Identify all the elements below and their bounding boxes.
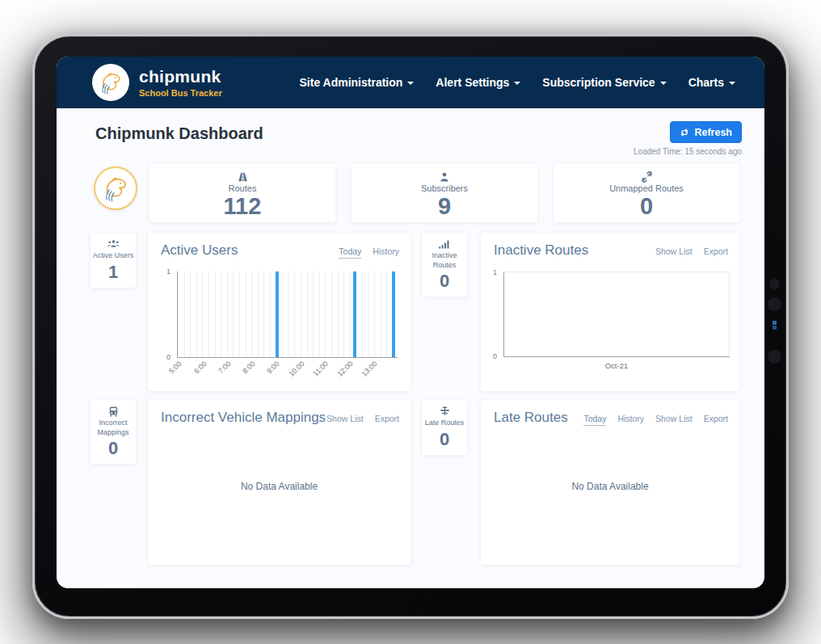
bus-icon [92, 406, 134, 417]
x-axis-tick: 10:00 [287, 360, 305, 378]
page-title: Chipmunk Dashboard [95, 124, 263, 143]
panel-title: Incorrect Vehicle Mappings [161, 410, 326, 426]
mini-label: Active Users [92, 251, 134, 261]
tab-history[interactable]: History [617, 414, 644, 426]
camera-dot [769, 279, 780, 289]
nav-site-administration[interactable]: Site Administration [300, 76, 415, 89]
active-users-chart: 1 0 5:006:007:008:009:0010:0011:0012:001… [177, 271, 398, 358]
brand-tagline: School Bus Tracker [139, 88, 222, 98]
nav-label: Subscription Service [542, 76, 655, 89]
stat-card-subscribers: Subscribers 9 [352, 164, 537, 222]
y-axis-tick: 0 [493, 352, 497, 360]
x-axis-tick: 7:00 [217, 360, 232, 375]
export-link[interactable]: Export [704, 246, 728, 256]
tab-today[interactable]: Today [583, 414, 606, 426]
chart-bar [276, 271, 279, 357]
no-data-text: No Data Available [148, 481, 410, 492]
nav-alert-settings[interactable]: Alert Settings [436, 76, 520, 89]
tab-history[interactable]: History [373, 246, 399, 259]
panel-incorrect-vehicle-mappings: Incorrect Vehicle Mappings Show List Exp… [148, 400, 410, 565]
mini-label: Late Routes [423, 419, 465, 428]
stat-label: Subscribers [352, 183, 537, 193]
mini-label: Incorrect Mappings [92, 419, 134, 437]
camera-dot [768, 350, 781, 364]
mini-value: 0 [423, 271, 465, 292]
user-icon [352, 171, 537, 183]
brand[interactable]: chipmunk School Bus Tracker [92, 64, 222, 101]
nav-label: Alert Settings [436, 76, 509, 89]
mini-card-late-routes: Late Routes 0 [422, 400, 467, 455]
refresh-label: Refresh [694, 127, 732, 138]
x-axis-tick: 12:00 [336, 360, 355, 378]
x-axis-tick: 9:00 [265, 360, 280, 375]
loaded-time-text: Loaded Time: 15 seconds ago [634, 147, 742, 156]
chipmunk-badge-icon [94, 166, 137, 210]
x-axis-tick: Oct-21 [504, 361, 729, 370]
unlink-icon [554, 171, 739, 183]
x-axis-tick: 8:00 [241, 360, 256, 375]
show-list-link[interactable]: Show List [326, 414, 364, 423]
nav-label: Site Administration [300, 76, 403, 89]
caret-down-icon [660, 82, 667, 85]
x-axis-tick: 6:00 [192, 360, 208, 375]
show-list-link[interactable]: Show List [655, 414, 693, 426]
mini-card-active-users: Active Users 1 [91, 233, 136, 288]
stat-label: Unmapped Routes [554, 183, 739, 193]
stat-label: Routes [149, 183, 335, 193]
road-icon [149, 171, 335, 183]
mini-card-incorrect-mappings: Incorrect Mappings 0 [91, 400, 136, 464]
panel-title: Late Routes [494, 410, 568, 426]
stat-value: 9 [352, 194, 537, 218]
y-axis-tick: 1 [166, 267, 171, 276]
caret-down-icon [514, 82, 520, 85]
mini-value: 0 [423, 429, 465, 450]
chart-bar [353, 271, 356, 357]
mini-label: Inactive Routes [423, 251, 465, 270]
signal-bars-icon [423, 239, 465, 250]
x-axis-tick: 13:00 [360, 360, 379, 378]
panel-inactive-routes: Inactive Routes Show List Export 1 0 Oct… [481, 233, 739, 391]
stat-card-routes: Routes 112 [149, 164, 335, 222]
nav-menu: Site Administration Alert Settings Subsc… [300, 76, 735, 89]
brand-name: chipmunk [139, 68, 222, 85]
panel-late-routes: Late Routes Today History Show List Expo… [481, 400, 739, 565]
no-data-text: No Data Available [481, 481, 739, 492]
inactive-routes-chart: 1 0 Oct-21 [503, 271, 730, 357]
mini-value: 1 [92, 262, 134, 283]
page: chipmunk School Bus Tracker Site Adminis… [0, 0, 821, 644]
road-barrier-icon [423, 406, 465, 417]
y-axis-tick: 0 [166, 353, 171, 361]
mini-value: 0 [92, 438, 134, 459]
refresh-button[interactable]: Refresh [670, 121, 742, 143]
chipmunk-logo-icon [92, 64, 129, 101]
export-link[interactable]: Export [704, 414, 728, 426]
indicator-light [773, 326, 777, 330]
nav-charts[interactable]: Charts [688, 76, 735, 89]
mini-card-inactive-routes: Inactive Routes 0 [422, 233, 467, 297]
caret-down-icon [407, 82, 414, 85]
export-link[interactable]: Export [375, 414, 399, 423]
indicator-light [773, 321, 777, 325]
app-screen: chipmunk School Bus Tracker Site Adminis… [57, 57, 764, 588]
panel-active-users: Active Users Today History 1 0 5:006:007… [148, 233, 410, 391]
camera-dot [768, 297, 781, 311]
tablet-frame: chipmunk School Bus Tracker Site Adminis… [32, 34, 789, 619]
top-navbar: chipmunk School Bus Tracker Site Adminis… [57, 57, 764, 108]
chart-bar [392, 271, 395, 357]
y-axis-tick: 1 [493, 268, 497, 276]
nav-subscription-service[interactable]: Subscription Service [542, 76, 666, 89]
stat-value: 0 [554, 194, 739, 218]
stat-value: 112 [149, 194, 335, 218]
stat-card-unmapped-routes: Unmapped Routes 0 [554, 164, 739, 222]
panel-title: Inactive Routes [494, 242, 588, 259]
nav-label: Charts [688, 76, 724, 89]
tab-today[interactable]: Today [339, 246, 361, 259]
x-axis-tick: 5:00 [168, 360, 183, 375]
refresh-icon [680, 128, 689, 137]
users-icon [92, 239, 134, 250]
show-list-link[interactable]: Show List [655, 246, 693, 256]
panel-title: Active Users [161, 242, 238, 259]
x-axis-tick: 11:00 [312, 360, 331, 378]
caret-down-icon [729, 82, 735, 85]
